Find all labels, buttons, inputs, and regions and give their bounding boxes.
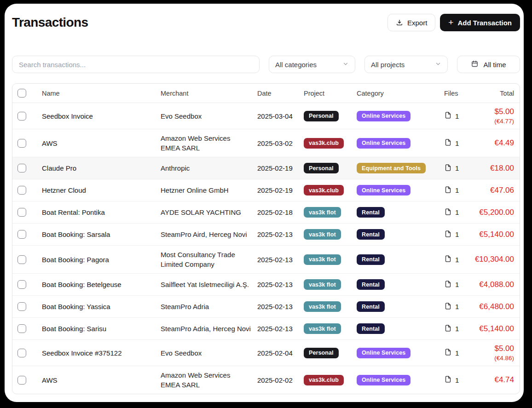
project-badge: Personal	[304, 348, 339, 358]
project-filter-select[interactable]: All projects	[364, 56, 448, 73]
row-checkbox-cell	[12, 186, 42, 195]
row-checkbox[interactable]	[17, 186, 26, 195]
row-checkbox-cell	[12, 376, 42, 385]
column-header-category: Category	[357, 90, 444, 97]
category-cell: Equipment and Tools	[357, 163, 444, 173]
category-badge: Rental	[357, 207, 385, 218]
transaction-date: 2025-02-13	[257, 230, 304, 238]
row-checkbox[interactable]	[17, 164, 26, 172]
row-checkbox[interactable]	[17, 112, 26, 121]
transaction-name: Boat Booking: Sarisu	[42, 325, 161, 333]
file-icon	[444, 186, 452, 195]
row-checkbox-cell	[12, 349, 42, 357]
table-row[interactable]: Claude ProAnthropic2025-02-19PersonalEqu…	[12, 157, 520, 179]
category-cell: Rental	[357, 279, 444, 290]
total-cell: €5,140.00	[473, 230, 520, 239]
select-all-checkbox[interactable]	[17, 89, 26, 98]
files-cell: 1	[444, 230, 473, 239]
project-cell: Personal	[304, 111, 357, 121]
total-amount: €4,088.00	[473, 280, 514, 289]
total-amount: €5,140.00	[473, 230, 514, 239]
column-header-files: Files	[444, 90, 473, 97]
table-row[interactable]: Boat Booking: YassicaSteamPro Adria2025-…	[12, 295, 520, 317]
file-icon	[444, 280, 452, 289]
export-button-label: Export	[407, 19, 427, 27]
transaction-name: Seedbox Invoice	[42, 112, 161, 120]
table-row[interactable]: Boat Rental: PontikaAYDE SOLAR YACHTING2…	[12, 201, 520, 223]
file-icon	[444, 302, 452, 311]
files-cell: 1	[444, 280, 473, 289]
project-cell: vas3k flot	[304, 323, 357, 334]
column-header-total: Total	[473, 90, 520, 97]
project-cell: vas3k flot	[304, 207, 357, 218]
transaction-name: Boat Booking: Pagora	[42, 256, 161, 264]
table-row[interactable]: Boat Booking: SarisuSteamPro Adria, Herc…	[12, 317, 520, 339]
file-icon	[444, 138, 452, 148]
file-count: 1	[455, 349, 459, 357]
transaction-date: 2025-02-18	[257, 208, 304, 216]
total-amount: €6,480.00	[473, 302, 514, 311]
transaction-date: 2025-02-04	[257, 349, 304, 357]
category-cell: Online Services	[357, 185, 444, 195]
table-body: Seedbox InvoiceEvo Seedbox2025-03-04Pers…	[12, 103, 520, 394]
file-count: 1	[455, 376, 459, 384]
project-badge: vas3k.club	[304, 185, 344, 195]
plus-icon: +	[448, 18, 453, 27]
page-title: Transactions	[12, 15, 88, 30]
date-range-filter-button[interactable]: All time	[457, 56, 520, 73]
table-row[interactable]: AWSAmazon Web Services EMEA SARL2025-02-…	[12, 366, 520, 394]
row-checkbox[interactable]	[17, 280, 26, 289]
row-checkbox[interactable]	[17, 349, 26, 357]
row-checkbox[interactable]	[17, 230, 26, 239]
table-row[interactable]: Boat Booking: BetelgeuseSailfleet Yat Is…	[12, 273, 520, 295]
transaction-name: Boat Booking: Sarsala	[42, 230, 161, 238]
category-badge: Online Services	[357, 375, 411, 385]
total-cell: €4.49	[473, 138, 520, 148]
project-cell: Personal	[304, 163, 357, 173]
category-badge: Rental	[357, 229, 385, 240]
table-row[interactable]: Seedbox Invoice #375122Evo Seedbox2025-0…	[12, 339, 520, 366]
category-cell: Online Services	[357, 138, 444, 149]
search-input[interactable]	[12, 56, 260, 73]
transaction-date: 2025-02-19	[257, 186, 304, 194]
row-checkbox-cell	[12, 230, 42, 239]
project-badge: vas3k flot	[304, 229, 341, 240]
table-row[interactable]: Boat Booking: SarsalaSteamPro Aird, Herc…	[12, 223, 520, 245]
files-cell: 1	[444, 164, 473, 173]
table-row[interactable]: AWSAmazon Web Services EMEA SARL2025-03-…	[12, 129, 520, 157]
category-cell: Rental	[357, 301, 444, 312]
merchant-name: Hetzner Online GmbH	[161, 185, 257, 195]
file-count: 1	[455, 208, 459, 216]
total-cell: €5,200.00	[473, 208, 520, 217]
category-cell: Online Services	[357, 375, 444, 385]
transaction-name: AWS	[42, 139, 161, 147]
table-row[interactable]: Seedbox InvoiceEvo Seedbox2025-03-04Pers…	[12, 103, 520, 129]
files-cell: 1	[444, 348, 473, 357]
row-checkbox[interactable]	[17, 255, 26, 264]
row-checkbox[interactable]	[17, 302, 26, 311]
transaction-name: Hetzner Cloud	[42, 186, 161, 194]
row-checkbox[interactable]	[17, 376, 26, 385]
row-checkbox[interactable]	[17, 208, 26, 217]
export-button[interactable]: Export	[387, 14, 435, 31]
add-transaction-button[interactable]: + Add Transaction	[440, 14, 520, 31]
files-cell: 1	[444, 375, 473, 385]
row-checkbox-cell	[12, 208, 42, 217]
total-cell: €4.74	[473, 375, 520, 385]
table-row[interactable]: Boat Booking: PagoraMost Consultancy Tra…	[12, 245, 520, 273]
category-badge: Rental	[357, 301, 385, 312]
files-cell: 1	[444, 255, 473, 264]
page-header: Transactions Export + Add Transaction	[12, 13, 520, 32]
add-transaction-button-label: Add Transaction	[457, 19, 512, 27]
table-row[interactable]: Hetzner CloudHetzner Online GmbH2025-02-…	[12, 179, 520, 201]
category-filter-select[interactable]: All categories	[269, 56, 355, 73]
merchant-name: SteamPro Aird, Herceg Novi	[161, 230, 257, 239]
merchant-name: AYDE SOLAR YACHTING	[161, 207, 257, 217]
merchant-name: Anthropic	[161, 163, 257, 173]
row-checkbox[interactable]	[17, 324, 26, 333]
project-badge: vas3k flot	[304, 207, 341, 218]
row-checkbox[interactable]	[17, 139, 26, 148]
project-badge: vas3k.club	[304, 138, 344, 149]
row-checkbox-cell	[12, 255, 42, 264]
filter-bar: All categories All projects All time	[12, 56, 520, 73]
